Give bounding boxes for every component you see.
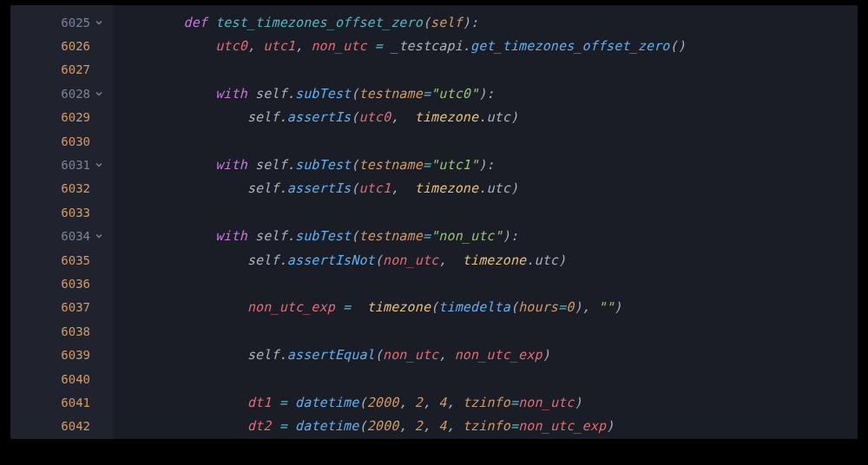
gutter-line[interactable]: 6034 xyxy=(10,225,113,248)
chevron-down-icon[interactable] xyxy=(90,231,108,241)
gutter-line: 6038 xyxy=(10,319,113,343)
token-str: "" xyxy=(598,299,614,315)
token-var: non_utc xyxy=(383,252,438,268)
token-call: timedelta xyxy=(438,299,510,315)
token-pun: ) xyxy=(542,347,550,363)
token-num: 2000 xyxy=(367,395,399,410)
token-pun xyxy=(367,38,375,54)
code-line[interactable]: with self.subTest(testname="utc1"): xyxy=(120,153,858,176)
token-op: = xyxy=(558,299,566,315)
token-pun: ( xyxy=(375,252,383,268)
code-line[interactable]: self.assertIs(utc0, timezone.utc) xyxy=(120,106,858,129)
code-editor[interactable]: 6025602660276028602960306031603260336034… xyxy=(10,5,858,439)
gutter-line: 6041 xyxy=(10,390,113,414)
token-op: = xyxy=(279,418,287,434)
token-var: non_utc xyxy=(518,395,574,410)
line-number: 6035 xyxy=(42,253,90,267)
line-number: 6034 xyxy=(42,229,90,243)
chevron-down-icon[interactable] xyxy=(90,17,108,28)
gutter: 6025602660276028602960306031603260336034… xyxy=(10,5,113,439)
code-line[interactable] xyxy=(120,129,858,153)
code-line[interactable]: non_utc_exp = timezone(timedelta(hours=0… xyxy=(120,296,858,319)
line-number: 6027 xyxy=(42,62,90,76)
token-pun xyxy=(120,395,247,410)
token-prm: self xyxy=(431,15,463,30)
line-number: 6028 xyxy=(42,87,90,101)
code-line[interactable]: utc0, utc1, non_utc = _testcapi.get_time… xyxy=(120,34,858,57)
code-line[interactable]: self.assertIs(utc1, timezone.utc) xyxy=(120,177,858,200)
token-op: = xyxy=(279,395,287,410)
token-obj: timezone xyxy=(455,252,527,268)
code-line[interactable]: with self.subTest(testname="utc0"): xyxy=(120,82,858,105)
token-str: "utc0" xyxy=(431,86,478,102)
code-line[interactable] xyxy=(120,319,858,343)
code-line[interactable] xyxy=(120,367,858,390)
code-line[interactable]: with self.subTest(testname="non_utc"): xyxy=(120,225,858,248)
line-number: 6031 xyxy=(42,158,90,172)
gutter-line: 6030 xyxy=(10,129,113,153)
token-kw: with xyxy=(215,228,247,244)
token-pun: self. xyxy=(120,252,287,268)
token-num: 2000 xyxy=(367,418,399,434)
gutter-line[interactable]: 6028 xyxy=(10,82,113,105)
token-pun: ( xyxy=(351,228,358,244)
gutter-line: 6039 xyxy=(10,343,113,366)
gutter-line[interactable]: 6025 xyxy=(10,10,113,34)
token-pun: , xyxy=(438,252,454,268)
token-call: subTest xyxy=(295,157,351,173)
gutter-line: 6032 xyxy=(10,177,113,200)
token-num: 2 xyxy=(415,418,423,434)
token-pun: ) xyxy=(606,418,614,434)
token-pun: self. xyxy=(120,180,287,196)
code-line[interactable]: dt1 = datetime(2000, 2, 4, tzinfo=non_ut… xyxy=(120,390,858,414)
token-call: assertEqual xyxy=(287,347,375,363)
code-line[interactable]: def test_timezones_offset_zero(self): xyxy=(120,10,858,34)
token-pun: . xyxy=(526,252,534,268)
token-prm: testname xyxy=(358,228,422,244)
code-line[interactable] xyxy=(120,58,858,82)
code-line[interactable]: self.assertIsNot(non_utc, timezone.utc) xyxy=(120,248,858,272)
token-pun: , xyxy=(447,418,463,434)
code-line[interactable] xyxy=(120,200,858,224)
token-kw: with xyxy=(215,86,247,102)
token-pun: self. xyxy=(247,157,295,173)
token-pun: ) xyxy=(574,395,582,410)
token-pun xyxy=(271,395,279,410)
line-number: 6032 xyxy=(42,181,90,195)
code-line[interactable]: dt2 = datetime(2000, 2, 4, tzinfo=non_ut… xyxy=(120,415,858,438)
token-obj: timezone xyxy=(358,299,431,315)
code-line[interactable] xyxy=(120,272,858,295)
token-pun: , xyxy=(391,109,406,125)
token-var: non_utc_exp xyxy=(247,299,335,315)
token-pun: , xyxy=(423,395,438,410)
gutter-line: 6037 xyxy=(10,296,113,319)
token-call: subTest xyxy=(295,86,351,102)
chevron-down-icon[interactable] xyxy=(90,88,108,99)
code-line[interactable]: self.assertEqual(non_utc, non_utc_exp) xyxy=(120,343,858,366)
token-pun: ): xyxy=(503,228,518,244)
token-pun xyxy=(120,418,247,434)
line-number: 6025 xyxy=(42,16,90,29)
line-number: 6039 xyxy=(42,348,90,362)
token-pun: self. xyxy=(120,109,287,125)
token-op: = xyxy=(423,157,431,173)
token-var: utc1 xyxy=(263,38,295,54)
token-obj: timezone xyxy=(407,180,479,196)
token-pun: , xyxy=(423,418,438,434)
token-pun: , xyxy=(295,38,311,54)
gutter-line[interactable]: 6031 xyxy=(10,153,113,176)
token-kw: with xyxy=(215,157,247,173)
gutter-line: 6033 xyxy=(10,200,113,224)
token-call: assertIs xyxy=(287,109,351,125)
token-op: = xyxy=(510,395,518,410)
token-call: datetime xyxy=(295,395,358,410)
token-pun: ( xyxy=(351,180,358,196)
token-pun: () xyxy=(670,38,686,54)
token-kw: def xyxy=(183,15,215,30)
gutter-line: 6027 xyxy=(10,58,113,82)
code-area[interactable]: def test_timezones_offset_zero(self): ut… xyxy=(113,5,858,439)
chevron-down-icon[interactable] xyxy=(90,160,108,170)
token-call: get_timezones_offset_zero xyxy=(470,38,670,54)
token-pun: . xyxy=(478,180,486,196)
gutter-line: 6035 xyxy=(10,248,113,272)
